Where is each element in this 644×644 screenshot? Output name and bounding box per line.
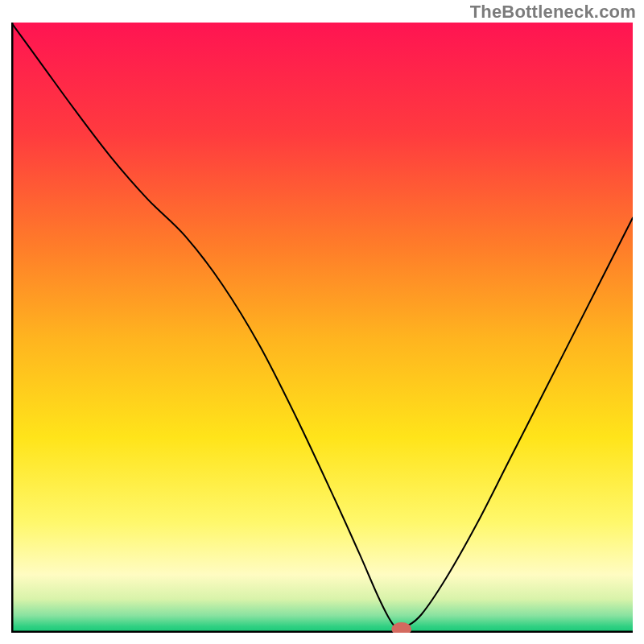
plot-area	[11, 23, 633, 633]
chart-svg	[11, 23, 633, 633]
chart-frame: TheBottleneck.com	[0, 0, 644, 644]
watermark-text: TheBottleneck.com	[470, 2, 636, 23]
gradient-background	[11, 23, 633, 633]
